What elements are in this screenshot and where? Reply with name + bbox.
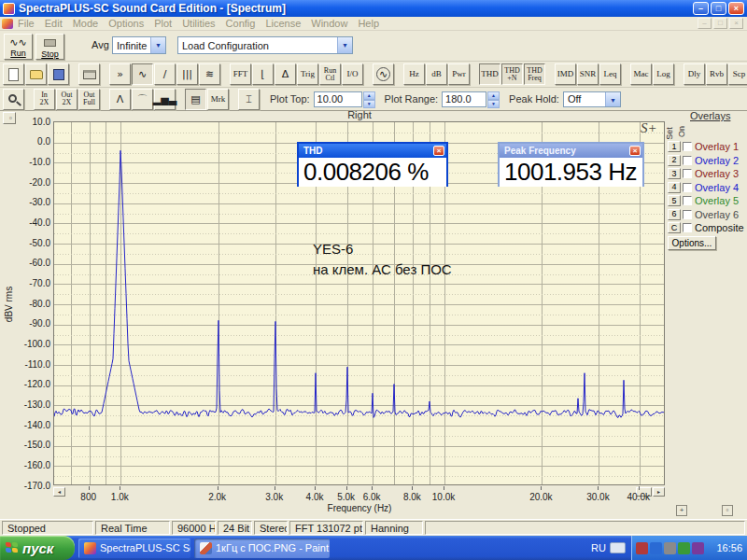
- taskbar-clock[interactable]: 16:56: [716, 542, 742, 553]
- close-icon[interactable]: ×: [433, 146, 444, 156]
- start-button[interactable]: пуск: [0, 536, 75, 560]
- rvb-button[interactable]: Rvb: [706, 63, 727, 85]
- dly-button[interactable]: Dly: [684, 63, 705, 85]
- zoom-out-full-button[interactable]: OutFull: [78, 89, 100, 110]
- configuration-select[interactable]: Load Configuration ▼: [177, 36, 353, 54]
- io-button[interactable]: I/O: [342, 63, 363, 85]
- spectrum-view-button[interactable]: ∿: [132, 63, 153, 85]
- menu-config[interactable]: Config: [226, 18, 256, 29]
- bar-display-button[interactable]: ▂▅▃: [154, 89, 176, 110]
- restore-icon[interactable]: □: [711, 2, 726, 15]
- plot-range-input[interactable]: 180.0: [442, 91, 486, 107]
- overlay-set-button-6[interactable]: 6: [668, 209, 681, 220]
- overlay-set-button-C[interactable]: C: [668, 222, 681, 233]
- overlay-set-button-1[interactable]: 1: [668, 141, 681, 152]
- zoom-out-2x-button[interactable]: Out2X: [56, 89, 78, 110]
- mac-button[interactable]: Mac: [630, 63, 652, 85]
- cursor-button[interactable]: ⌶: [238, 89, 260, 110]
- markers-button[interactable]: Mrk: [207, 89, 229, 110]
- menu-window[interactable]: Window: [311, 18, 347, 29]
- overlay-on-checkbox-1[interactable]: [683, 142, 692, 151]
- spin-down-icon[interactable]: ▼: [363, 100, 375, 108]
- messenger-icon[interactable]: [650, 542, 662, 554]
- overlay-set-button-3[interactable]: 3: [668, 168, 681, 179]
- menu-options[interactable]: Options: [108, 18, 144, 29]
- overlay-on-checkbox-2[interactable]: [683, 156, 692, 165]
- menu-license[interactable]: License: [265, 18, 301, 29]
- pwr-button[interactable]: Pwr: [448, 63, 470, 85]
- overlay-set-button-2[interactable]: 2: [668, 155, 681, 166]
- thd-button[interactable]: THD: [479, 63, 500, 85]
- mdi-close-icon[interactable]: ×: [729, 18, 743, 29]
- connection-icon[interactable]: [678, 542, 690, 554]
- spectrogram-view-button[interactable]: |||: [176, 63, 198, 85]
- phase-view-button[interactable]: ∕: [154, 63, 176, 85]
- print-button[interactable]: [78, 63, 100, 85]
- mdi-restore-icon[interactable]: □: [713, 18, 727, 29]
- run-control-button[interactable]: RunCtl: [319, 63, 341, 85]
- thd-n-button[interactable]: THD+N: [501, 63, 523, 85]
- signal-generator-button[interactable]: ∿: [373, 63, 394, 85]
- leq-button[interactable]: Leq: [599, 63, 621, 85]
- title-bar[interactable]: SpectraPLUS-SC Sound Card Edition - [Spe…: [0, 0, 747, 17]
- imd-button[interactable]: IMD: [555, 63, 576, 85]
- agent-icon[interactable]: [692, 542, 704, 554]
- menu-utilities[interactable]: Utilities: [182, 18, 215, 29]
- expand-box-button[interactable]: ▫: [722, 505, 733, 516]
- thd-readout-window[interactable]: THD × 0.008206 %: [297, 142, 448, 187]
- spin-down-icon[interactable]: ▼: [487, 100, 500, 108]
- menu-mode[interactable]: Mode: [73, 18, 99, 29]
- language-indicator[interactable]: RU: [587, 542, 610, 553]
- plot-range-stepper[interactable]: ▲▼: [487, 91, 500, 107]
- peak-frequency-title-bar[interactable]: Peak Frequency ×: [500, 144, 642, 158]
- hz-button[interactable]: Hz: [403, 63, 425, 85]
- surface-view-button[interactable]: ≋: [199, 63, 220, 85]
- averaging-select[interactable]: Infinite ▼: [112, 36, 166, 54]
- peak-frequency-readout-window[interactable]: Peak Frequency × 1001.953 Hz: [498, 142, 644, 187]
- overlay-on-checkbox-C[interactable]: [683, 223, 692, 232]
- taskbar-task-paint[interactable]: 1кГц с ПОС.PNG - Paint: [194, 539, 330, 558]
- stop-button[interactable]: Stop: [35, 34, 64, 60]
- curve-display-button[interactable]: ⌒: [132, 89, 153, 110]
- snr-button[interactable]: SNR: [577, 63, 599, 85]
- zoom-in-2x-button[interactable]: In2X: [34, 89, 55, 110]
- overlay-on-checkbox-6[interactable]: [683, 210, 692, 219]
- fast-forward-button[interactable]: »: [109, 63, 131, 85]
- scp-button[interactable]: Scp: [728, 63, 747, 85]
- scaling-button[interactable]: ⌊: [252, 63, 274, 85]
- run-button[interactable]: ∿∿ Run: [4, 34, 33, 60]
- mdi-minimize-icon[interactable]: –: [698, 18, 712, 29]
- overlay-set-button-5[interactable]: 5: [668, 195, 681, 206]
- volume-icon[interactable]: [664, 542, 676, 554]
- spin-up-icon[interactable]: ▲: [487, 91, 500, 100]
- plot-top-stepper[interactable]: ▲▼: [363, 91, 375, 107]
- spin-up-icon[interactable]: ▲: [363, 91, 375, 100]
- overlay-on-checkbox-5[interactable]: [683, 196, 692, 205]
- thd-title-bar[interactable]: THD ×: [299, 144, 446, 158]
- overlay-on-checkbox-4[interactable]: [683, 183, 692, 192]
- menu-help[interactable]: Help: [358, 18, 379, 29]
- save-button[interactable]: [48, 63, 69, 85]
- network-icon[interactable]: [636, 542, 648, 554]
- close-icon[interactable]: ×: [728, 2, 744, 15]
- fft-settings-button[interactable]: FFT: [230, 63, 251, 85]
- thd-freq-button[interactable]: THDFreq: [524, 63, 545, 85]
- taskbar-task-spectraplus[interactable]: SpectraPLUS-SC Sou...: [78, 539, 190, 558]
- open-file-button[interactable]: [25, 63, 47, 85]
- overlay-options-button[interactable]: Options...: [668, 236, 716, 250]
- log-button[interactable]: Log: [653, 63, 674, 85]
- db-button[interactable]: dB: [426, 63, 447, 85]
- trigger-button[interactable]: Trig: [297, 63, 318, 85]
- peak-display-button[interactable]: Λ: [109, 89, 131, 110]
- overlay-on-checkbox-3[interactable]: [683, 169, 692, 178]
- plot-top-input[interactable]: 10.00: [314, 91, 362, 107]
- overlay-set-button-4[interactable]: 4: [668, 182, 681, 193]
- calibration-button[interactable]: Δ: [275, 63, 296, 85]
- menu-edit[interactable]: Edit: [45, 18, 63, 29]
- close-icon[interactable]: ×: [629, 146, 641, 156]
- minimize-icon[interactable]: –: [693, 2, 709, 15]
- legend-button[interactable]: ▤: [185, 89, 206, 110]
- menu-plot[interactable]: Plot: [154, 18, 172, 29]
- keyboard-icon[interactable]: [610, 542, 626, 553]
- expand-plus-button[interactable]: +: [676, 505, 687, 516]
